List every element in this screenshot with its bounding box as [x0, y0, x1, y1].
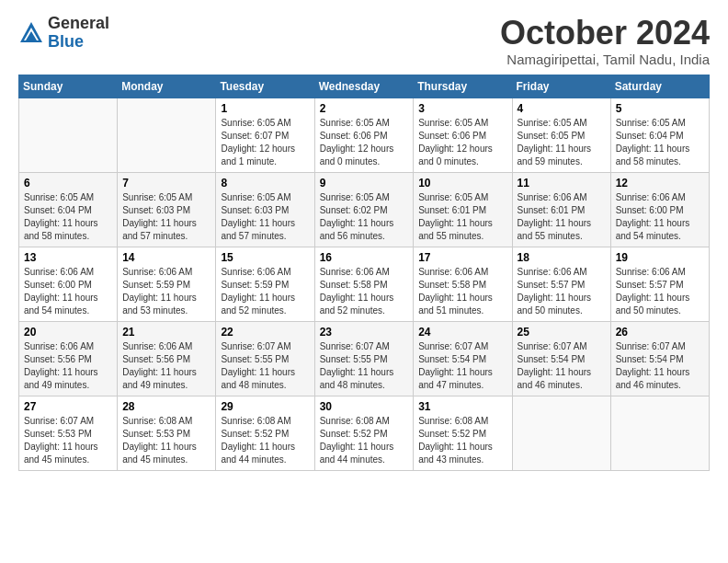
calendar-cell: 1Sunrise: 6:05 AM Sunset: 6:07 PM Daylig…: [216, 98, 314, 172]
day-number: 1: [221, 102, 309, 115]
day-number: 25: [518, 326, 606, 339]
day-info: Sunrise: 6:05 AM Sunset: 6:05 PM Dayligh…: [518, 117, 606, 168]
calendar-cell: 9Sunrise: 6:05 AM Sunset: 6:02 PM Daylig…: [314, 172, 414, 247]
day-number: 19: [616, 251, 704, 264]
day-header-tuesday: Tuesday: [216, 75, 314, 98]
calendar-week-row: 6Sunrise: 6:05 AM Sunset: 6:04 PM Daylig…: [19, 172, 710, 247]
logo: General Blue: [18, 15, 109, 52]
logo-text: General Blue: [48, 15, 109, 52]
day-info: Sunrise: 6:06 AM Sunset: 5:59 PM Dayligh…: [122, 266, 210, 317]
calendar-cell: 26Sunrise: 6:07 AM Sunset: 5:54 PM Dayli…: [610, 321, 709, 396]
day-number: 3: [418, 102, 506, 115]
day-info: Sunrise: 6:06 AM Sunset: 6:00 PM Dayligh…: [24, 266, 112, 317]
day-header-thursday: Thursday: [414, 75, 512, 98]
day-number: 20: [24, 326, 112, 339]
day-info: Sunrise: 6:06 AM Sunset: 5:56 PM Dayligh…: [24, 340, 112, 392]
day-info: Sunrise: 6:07 AM Sunset: 5:54 PM Dayligh…: [616, 340, 704, 392]
day-info: Sunrise: 6:08 AM Sunset: 5:52 PM Dayligh…: [320, 415, 409, 466]
day-info: Sunrise: 6:07 AM Sunset: 5:55 PM Dayligh…: [221, 340, 309, 392]
day-number: 4: [518, 102, 606, 115]
calendar-cell: [610, 396, 709, 470]
day-info: Sunrise: 6:07 AM Sunset: 5:54 PM Dayligh…: [518, 340, 606, 392]
calendar-cell: 28Sunrise: 6:08 AM Sunset: 5:53 PM Dayli…: [118, 396, 216, 470]
day-header-friday: Friday: [512, 75, 610, 98]
day-number: 8: [221, 177, 309, 190]
day-info: Sunrise: 6:05 AM Sunset: 6:04 PM Dayligh…: [24, 191, 112, 243]
day-info: Sunrise: 6:05 AM Sunset: 6:03 PM Dayligh…: [221, 191, 309, 243]
day-info: Sunrise: 6:08 AM Sunset: 5:52 PM Dayligh…: [418, 415, 506, 466]
calendar-cell: 12Sunrise: 6:06 AM Sunset: 6:00 PM Dayli…: [610, 172, 709, 247]
calendar-week-row: 20Sunrise: 6:06 AM Sunset: 5:56 PM Dayli…: [19, 321, 710, 396]
calendar-week-row: 1Sunrise: 6:05 AM Sunset: 6:07 PM Daylig…: [19, 98, 710, 172]
calendar-cell: 23Sunrise: 6:07 AM Sunset: 5:55 PM Dayli…: [314, 321, 414, 396]
calendar-cell: 21Sunrise: 6:06 AM Sunset: 5:56 PM Dayli…: [118, 321, 216, 396]
day-info: Sunrise: 6:05 AM Sunset: 6:06 PM Dayligh…: [418, 117, 506, 168]
day-info: Sunrise: 6:05 AM Sunset: 6:01 PM Dayligh…: [418, 191, 506, 243]
day-number: 28: [122, 400, 210, 413]
day-info: Sunrise: 6:06 AM Sunset: 5:58 PM Dayligh…: [320, 266, 409, 317]
page: General Blue October 2024 Namagiripettai…: [0, 0, 728, 480]
day-number: 10: [418, 177, 506, 190]
day-number: 5: [616, 102, 704, 115]
day-number: 14: [122, 251, 210, 264]
day-number: 27: [24, 400, 112, 413]
day-info: Sunrise: 6:08 AM Sunset: 5:52 PM Dayligh…: [221, 415, 309, 466]
day-number: 18: [518, 251, 606, 264]
calendar: SundayMondayTuesdayWednesdayThursdayFrid…: [18, 75, 710, 471]
day-number: 31: [418, 400, 506, 413]
calendar-cell: [19, 98, 118, 172]
calendar-cell: [118, 98, 216, 172]
calendar-cell: 8Sunrise: 6:05 AM Sunset: 6:03 PM Daylig…: [216, 172, 314, 247]
title-section: October 2024 Namagiripettai, Tamil Nadu,…: [500, 15, 710, 67]
logo-general-text: General: [48, 15, 109, 33]
day-number: 7: [122, 177, 210, 190]
month-title: October 2024: [500, 15, 710, 52]
day-info: Sunrise: 6:06 AM Sunset: 5:58 PM Dayligh…: [418, 266, 506, 317]
calendar-cell: 7Sunrise: 6:05 AM Sunset: 6:03 PM Daylig…: [118, 172, 216, 247]
day-info: Sunrise: 6:08 AM Sunset: 5:53 PM Dayligh…: [122, 415, 210, 466]
day-number: 22: [221, 326, 309, 339]
calendar-cell: 11Sunrise: 6:06 AM Sunset: 6:01 PM Dayli…: [512, 172, 610, 247]
calendar-cell: 30Sunrise: 6:08 AM Sunset: 5:52 PM Dayli…: [314, 396, 414, 470]
calendar-cell: 24Sunrise: 6:07 AM Sunset: 5:54 PM Dayli…: [414, 321, 512, 396]
day-number: 23: [320, 326, 409, 339]
calendar-header-row: SundayMondayTuesdayWednesdayThursdayFrid…: [19, 75, 710, 98]
day-number: 12: [616, 177, 704, 190]
calendar-cell: 29Sunrise: 6:08 AM Sunset: 5:52 PM Dayli…: [216, 396, 314, 470]
day-number: 2: [320, 102, 409, 115]
logo-blue-text: Blue: [48, 33, 109, 52]
day-number: 26: [616, 326, 704, 339]
calendar-cell: 17Sunrise: 6:06 AM Sunset: 5:58 PM Dayli…: [414, 247, 512, 321]
calendar-week-row: 27Sunrise: 6:07 AM Sunset: 5:53 PM Dayli…: [19, 396, 710, 470]
day-number: 6: [24, 177, 112, 190]
day-info: Sunrise: 6:05 AM Sunset: 6:06 PM Dayligh…: [320, 117, 409, 168]
day-header-monday: Monday: [118, 75, 216, 98]
day-number: 16: [320, 251, 409, 264]
calendar-cell: 15Sunrise: 6:06 AM Sunset: 5:59 PM Dayli…: [216, 247, 314, 321]
day-info: Sunrise: 6:06 AM Sunset: 5:57 PM Dayligh…: [616, 266, 704, 317]
day-header-sunday: Sunday: [19, 75, 118, 98]
day-info: Sunrise: 6:06 AM Sunset: 6:01 PM Dayligh…: [518, 191, 606, 243]
day-header-wednesday: Wednesday: [314, 75, 414, 98]
day-number: 21: [122, 326, 210, 339]
calendar-cell: 6Sunrise: 6:05 AM Sunset: 6:04 PM Daylig…: [19, 172, 118, 247]
calendar-cell: 19Sunrise: 6:06 AM Sunset: 5:57 PM Dayli…: [610, 247, 709, 321]
day-info: Sunrise: 6:05 AM Sunset: 6:03 PM Dayligh…: [122, 191, 210, 243]
calendar-cell: 31Sunrise: 6:08 AM Sunset: 5:52 PM Dayli…: [414, 396, 512, 470]
calendar-cell: 10Sunrise: 6:05 AM Sunset: 6:01 PM Dayli…: [414, 172, 512, 247]
header: General Blue October 2024 Namagiripettai…: [18, 15, 710, 67]
day-info: Sunrise: 6:05 AM Sunset: 6:04 PM Dayligh…: [616, 117, 704, 168]
calendar-cell: 13Sunrise: 6:06 AM Sunset: 6:00 PM Dayli…: [19, 247, 118, 321]
day-info: Sunrise: 6:07 AM Sunset: 5:55 PM Dayligh…: [320, 340, 409, 392]
calendar-cell: 3Sunrise: 6:05 AM Sunset: 6:06 PM Daylig…: [414, 98, 512, 172]
calendar-cell: 4Sunrise: 6:05 AM Sunset: 6:05 PM Daylig…: [512, 98, 610, 172]
day-number: 24: [418, 326, 506, 339]
logo-icon: [18, 20, 44, 46]
calendar-cell: 16Sunrise: 6:06 AM Sunset: 5:58 PM Dayli…: [314, 247, 414, 321]
calendar-cell: [512, 396, 610, 470]
calendar-cell: 25Sunrise: 6:07 AM Sunset: 5:54 PM Dayli…: [512, 321, 610, 396]
day-info: Sunrise: 6:05 AM Sunset: 6:02 PM Dayligh…: [320, 191, 409, 243]
day-info: Sunrise: 6:06 AM Sunset: 6:00 PM Dayligh…: [616, 191, 704, 243]
day-number: 29: [221, 400, 309, 413]
location: Namagiripettai, Tamil Nadu, India: [500, 52, 710, 67]
